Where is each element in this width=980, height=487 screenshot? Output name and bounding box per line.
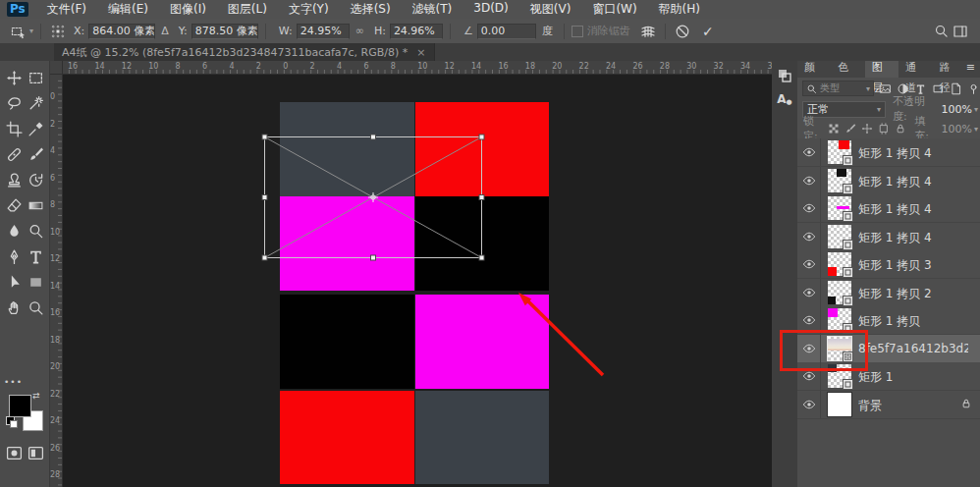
antialias-checkbox[interactable] — [572, 26, 583, 37]
layer-visibility-eye-icon[interactable] — [797, 279, 821, 306]
lock-move-icon[interactable] — [860, 123, 874, 135]
type-tool-icon[interactable] — [26, 245, 46, 267]
stamp-tool-icon[interactable] — [4, 169, 25, 190]
brush-tool-icon[interactable] — [26, 143, 46, 165]
menu-窗口[interactable]: 窗口(W) — [581, 1, 647, 18]
swap-colors-icon[interactable]: ⇄ — [32, 391, 40, 401]
y-position-field[interactable]: 878.50 像素 — [191, 24, 258, 39]
menu-编辑[interactable]: 编辑(E) — [97, 1, 159, 18]
lock-frame-icon[interactable] — [877, 123, 891, 135]
layer-visibility-eye-icon[interactable] — [797, 194, 821, 222]
layer-thumbnail[interactable] — [828, 308, 851, 332]
layer-row-5[interactable]: 矩形 1 拷贝 2 — [797, 279, 980, 307]
layer-name[interactable]: 背景 — [858, 398, 882, 414]
pen-tool-icon[interactable] — [4, 245, 25, 267]
search-icon[interactable] — [931, 22, 951, 41]
transform-handle[interactable] — [479, 135, 484, 139]
layer-name[interactable]: 矩形 1 拷贝 2 — [858, 286, 932, 302]
transform-handle[interactable] — [262, 255, 267, 260]
document-tab[interactable]: A4纸 @ 15.2% (8fe5f7a16412b3d234847311bac… — [54, 43, 435, 61]
layer-name[interactable]: 矩形 1 拷贝 4 — [858, 230, 932, 246]
commit-transform-icon[interactable]: ✓ — [698, 22, 718, 41]
filter-adjust-icon[interactable] — [896, 82, 909, 95]
lock-lock-icon[interactable] — [894, 123, 907, 135]
edit-toolbar-ellipsis-icon[interactable]: ••• — [3, 371, 24, 393]
menu-滤镜[interactable]: 滤镜(T) — [402, 1, 463, 18]
height-field[interactable]: 24.96% — [390, 24, 443, 39]
layer-row-2[interactable]: 矩形 1 拷贝 4 — [797, 194, 980, 223]
layer-row-1[interactable]: 矩形 1 拷贝 4 — [797, 167, 980, 195]
layer-row-0[interactable]: 矩形 1 拷贝 4 — [797, 138, 980, 167]
layer-filter-type-select[interactable]: 类型 ▾ — [802, 81, 874, 96]
collapsed-panel-glyphs-icon[interactable]: A● — [775, 89, 794, 109]
transform-handle[interactable] — [371, 255, 376, 260]
lock-checker-icon[interactable] — [827, 123, 841, 135]
reference-point-icon[interactable] — [48, 22, 68, 41]
history-tool-icon[interactable] — [26, 169, 46, 190]
layer-name[interactable]: 矩形 1 — [858, 369, 893, 386]
layer-thumbnail[interactable] — [828, 252, 851, 276]
layer-name[interactable]: 8fe5f7a16412b3d23484731... — [858, 342, 968, 355]
lock-brush-icon[interactable] — [844, 123, 857, 135]
transform-handle[interactable] — [262, 195, 267, 200]
menu-图层[interactable]: 图层(L) — [217, 1, 278, 18]
layer-thumbnail[interactable] — [828, 196, 851, 220]
transform-handle[interactable] — [262, 135, 267, 139]
marquee-tool-icon[interactable] — [26, 67, 46, 88]
layer-name[interactable]: 矩形 1 拷贝 4 — [858, 145, 932, 162]
link-dimensions-icon[interactable]: ∞ — [355, 25, 364, 37]
screen-mode-icon[interactable] — [26, 442, 46, 463]
layer-row-background[interactable]: 背景 — [797, 391, 980, 419]
layer-name[interactable]: 矩形 1 拷贝 4 — [858, 201, 932, 218]
cancel-transform-icon[interactable] — [673, 22, 692, 41]
filter-page-icon[interactable] — [949, 82, 962, 95]
move-tool-icon[interactable] — [4, 67, 25, 88]
dodge-tool-icon[interactable] — [26, 220, 46, 242]
layer-visibility-eye-icon[interactable] — [797, 167, 821, 194]
hand-tool-icon[interactable] — [4, 297, 25, 318]
layer-row-3[interactable]: 矩形 1 拷贝 4 — [797, 223, 980, 251]
layer-thumbnail[interactable] — [828, 169, 851, 192]
wand-tool-icon[interactable] — [26, 92, 46, 114]
transform-handle[interactable] — [371, 135, 376, 139]
layer-name[interactable]: 矩形 1 拷贝 4 — [858, 174, 932, 190]
menu-帮助[interactable]: 帮助(H) — [648, 1, 711, 18]
relative-position-icon[interactable]: Δ — [161, 25, 169, 37]
zoom-tool-icon[interactable] — [26, 297, 46, 318]
layer-visibility-eye-icon[interactable] — [797, 391, 821, 418]
layer-thumbnail[interactable] — [828, 225, 851, 248]
layer-row-4[interactable]: 矩形 1 拷贝 3 — [797, 250, 980, 279]
layer-thumbnail[interactable] — [828, 393, 851, 416]
filter-shape-icon[interactable] — [931, 82, 945, 95]
layer-name[interactable]: 矩形 1 拷贝 — [858, 313, 920, 330]
angle-field[interactable]: 0.00 — [477, 24, 536, 39]
transform-handle[interactable] — [479, 195, 484, 200]
crop-tool-icon[interactable] — [4, 118, 25, 139]
quick-mask-icon[interactable] — [4, 442, 25, 463]
menu-选择[interactable]: 选择(S) — [340, 1, 402, 18]
eyedropper-tool-icon[interactable] — [26, 118, 46, 139]
layer-name[interactable]: 矩形 1 拷贝 3 — [858, 257, 932, 274]
menu-文件[interactable]: 文件(F) — [36, 1, 97, 18]
menu-视图[interactable]: 视图(V) — [519, 1, 582, 18]
collapsed-panel-shapes-icon[interactable] — [775, 66, 794, 85]
layer-thumbnail[interactable] — [828, 140, 851, 164]
default-colors-icon[interactable] — [6, 416, 15, 425]
filter-pin-icon[interactable] — [966, 82, 980, 95]
warp-mode-icon[interactable] — [638, 22, 658, 41]
transform-handle[interactable] — [479, 255, 484, 260]
lasso-tool-icon[interactable] — [4, 92, 25, 114]
healing-tool-icon[interactable] — [4, 143, 25, 165]
layer-visibility-eye-icon[interactable] — [797, 138, 821, 166]
close-document-icon[interactable]: × — [416, 46, 425, 59]
active-tool-icon[interactable] — [8, 22, 27, 41]
blur-tool-icon[interactable] — [4, 220, 25, 242]
gradient-tool-icon[interactable] — [26, 194, 46, 216]
x-position-field[interactable]: 864.00 像素 — [88, 24, 155, 39]
pathsel-tool-icon[interactable] — [4, 271, 25, 293]
foreground-color-swatch[interactable] — [9, 395, 31, 417]
layer-thumbnail[interactable] — [828, 281, 851, 304]
width-field[interactable]: 24.95% — [297, 24, 350, 39]
menu-3D[interactable]: 3D(D) — [463, 1, 518, 18]
menu-文字[interactable]: 文字(Y) — [278, 1, 340, 18]
